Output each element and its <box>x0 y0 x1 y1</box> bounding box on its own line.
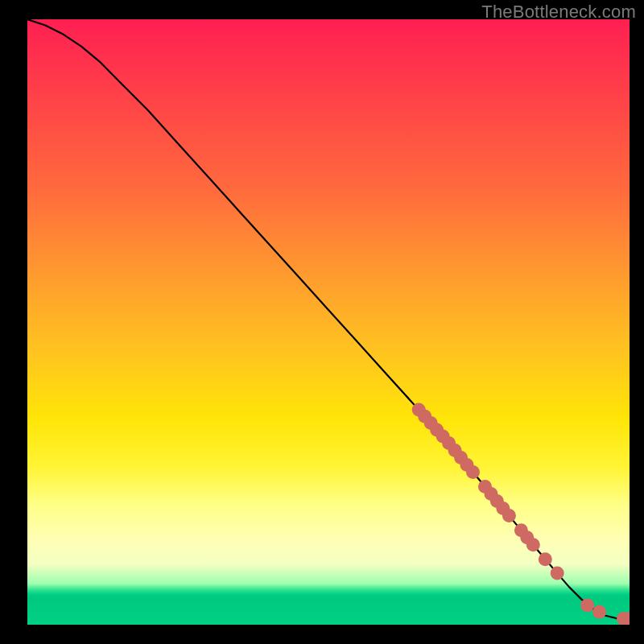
marker-dots-group <box>412 403 630 625</box>
marker-dot <box>580 598 594 612</box>
marker-dot <box>502 509 516 522</box>
marker-dot <box>592 605 606 619</box>
chart-svg <box>27 19 630 625</box>
plot-area <box>27 19 630 625</box>
marker-dot <box>539 552 552 566</box>
marker-dot <box>551 567 564 580</box>
marker-dot <box>466 465 480 479</box>
chart-frame: TheBottleneck.com <box>0 0 644 644</box>
marker-dot <box>526 538 540 551</box>
watermark-label: TheBottleneck.com <box>481 2 636 23</box>
bottleneck-curve-line <box>27 19 630 619</box>
